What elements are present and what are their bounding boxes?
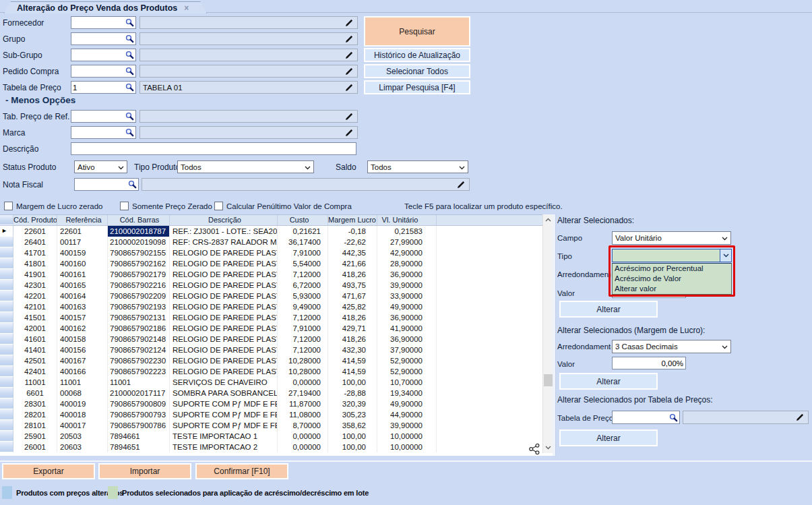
table-row[interactable]: 25901205037894661TESTE IMPORTACAO 10,000… xyxy=(0,431,553,442)
scrollbar-thumb[interactable] xyxy=(544,374,553,386)
table-cell[interactable]: 400166 xyxy=(57,366,108,377)
table-cell[interactable]: 10,00000 xyxy=(377,442,437,452)
search-icon[interactable] xyxy=(127,179,138,190)
table-cell[interactable]: 100,00 xyxy=(328,377,377,388)
table-cell[interactable]: RELOGIO DE PAREDE PLASTICO xyxy=(170,334,278,345)
table-cell[interactable]: 49,90000 xyxy=(377,398,437,409)
pencil-icon[interactable] xyxy=(344,34,354,44)
pencil-icon[interactable] xyxy=(344,128,354,138)
table-cell[interactable]: 7908657902193 xyxy=(108,301,170,312)
table-cell[interactable]: 7,12000 xyxy=(278,269,328,280)
table-row[interactable]: 422014001647908657902209RELOGIO DE PARED… xyxy=(0,291,553,301)
table-cell[interactable]: 42501 xyxy=(13,355,57,366)
table-row[interactable]: 414014001567908657902124RELOGIO DE PARED… xyxy=(0,345,553,355)
table-cell[interactable]: 414,59 xyxy=(328,366,377,377)
table-cell[interactable]: 26401 xyxy=(13,237,57,247)
close-icon[interactable]: × xyxy=(184,3,189,13)
row-gutter[interactable] xyxy=(0,237,13,247)
table-cell[interactable]: 493,75 xyxy=(328,280,377,291)
importar-button[interactable]: Importar xyxy=(98,463,191,479)
table-cell[interactable]: 10,28000 xyxy=(278,366,328,377)
table-cell[interactable]: 52,90000 xyxy=(377,355,437,366)
table-cell[interactable]: 429,71 xyxy=(328,323,377,334)
checkbox-calcular-penultimo[interactable]: Calcular Penúltimo Valor de Compra xyxy=(214,202,352,210)
table-cell[interactable]: 11001 xyxy=(108,377,170,388)
table-cell[interactable]: 400158 xyxy=(57,334,108,345)
current-row-indicator[interactable]: ► xyxy=(0,226,13,237)
table-row[interactable]: 417014001597908657902155RELOGIO DE PARED… xyxy=(0,247,553,258)
row-gutter[interactable] xyxy=(0,291,13,301)
table-cell[interactable]: 41401 xyxy=(13,345,57,355)
table-cell[interactable]: 20603 xyxy=(57,442,108,452)
table-cell[interactable]: 400163 xyxy=(57,301,108,312)
nota-fiscal-input[interactable] xyxy=(75,179,127,189)
table-cell[interactable]: 432,30 xyxy=(328,345,377,355)
row-gutter[interactable] xyxy=(0,269,13,280)
valor2-input[interactable] xyxy=(612,357,686,369)
table-cell[interactable]: 7894661 xyxy=(108,431,170,442)
table-row[interactable]: 283014000197908657900809SUPORTE COM Pƒ M… xyxy=(0,398,553,409)
table-cell[interactable]: RELOGIO DE PAREDE PLASTICO xyxy=(170,301,278,312)
table-cell[interactable]: 400157 xyxy=(57,312,108,323)
table-cell[interactable]: RELOGIO DE PAREDE PLASTICO xyxy=(170,323,278,334)
table-cell[interactable]: 305,23 xyxy=(328,409,377,420)
table-row[interactable]: 110011100111001SERVIÇOS DE CHAVEIRO0,000… xyxy=(0,377,553,388)
table-cell[interactable]: 6601 xyxy=(13,388,57,398)
table-cell[interactable]: 7908657902131 xyxy=(108,312,170,323)
table-cell[interactable]: TESTE IMPORTACAO 2 xyxy=(170,442,278,452)
table-cell[interactable]: 400156 xyxy=(57,345,108,355)
table-cell[interactable]: 0,00000 xyxy=(278,442,328,452)
tab-alteracao-preco-venda[interactable]: Alteração do Preço Venda dos Produtos × xyxy=(4,1,207,13)
table-cell[interactable]: 41901 xyxy=(13,269,57,280)
table-cell[interactable]: 36,17400 xyxy=(278,237,328,247)
checkbox-margem-zerado[interactable]: Margem de Lucro zerado xyxy=(4,202,102,210)
arredondamento-select[interactable]: 3 Casas Decimais xyxy=(612,340,731,353)
status-produto-select[interactable]: Ativo xyxy=(74,160,127,173)
pencil-icon[interactable] xyxy=(344,67,354,76)
table-cell[interactable]: 0,00000 xyxy=(278,431,328,442)
table-cell[interactable]: 28201 xyxy=(13,409,57,420)
table-cell[interactable]: 414,59 xyxy=(328,355,377,366)
table-cell[interactable]: 39,90000 xyxy=(377,420,437,431)
table-cell[interactable]: 36,90000 xyxy=(377,334,437,345)
search-icon[interactable] xyxy=(124,65,135,77)
table-cell[interactable]: 7908657900793 xyxy=(108,409,170,420)
table-cell[interactable]: 6,72000 xyxy=(278,280,328,291)
alterar-button[interactable]: Alterar xyxy=(559,301,658,318)
table-cell[interactable]: 7,12000 xyxy=(278,345,328,355)
column-header[interactable]: Vl. Unitário xyxy=(377,215,437,225)
row-gutter[interactable] xyxy=(0,377,13,388)
table-cell[interactable]: 2100002019098 xyxy=(108,237,170,247)
table-cell[interactable]: 39,90000 xyxy=(377,280,437,291)
table-cell[interactable]: 400160 xyxy=(57,258,108,269)
table-cell[interactable]: TESTE IMPORTACAO 1 xyxy=(170,431,278,442)
table-cell[interactable]: 7908657902124 xyxy=(108,345,170,355)
table-row[interactable]: 419014001617908657902179RELOGIO DE PARED… xyxy=(0,269,553,280)
table-cell[interactable]: 421,66 xyxy=(328,258,377,269)
table-cell[interactable]: 8,70000 xyxy=(278,420,328,431)
table-cell[interactable]: 11,87000 xyxy=(278,398,328,409)
table-cell[interactable]: 42301 xyxy=(13,280,57,291)
table-cell[interactable]: 400018 xyxy=(57,409,108,420)
column-header[interactable]: Cód. Barras xyxy=(108,215,170,225)
table-cell[interactable]: 471,67 xyxy=(328,291,377,301)
table-row[interactable]: ►22601226012100002018787REF.: ZJ3001 - L… xyxy=(0,226,553,237)
search-icon[interactable] xyxy=(124,111,135,122)
table-cell[interactable]: 33,90000 xyxy=(377,291,437,301)
table-cell[interactable]: 400167 xyxy=(57,355,108,366)
table-cell[interactable]: 442,35 xyxy=(328,247,377,258)
table-cell[interactable]: 400165 xyxy=(57,280,108,291)
table-cell[interactable]: 5,93000 xyxy=(278,291,328,301)
table-cell[interactable]: 418,26 xyxy=(328,334,377,345)
table-cell[interactable]: 400017 xyxy=(57,420,108,431)
table-cell[interactable]: 27,19400 xyxy=(278,388,328,398)
descricao-input[interactable] xyxy=(71,142,356,155)
table-cell[interactable]: REF: CRS-2837 RALADOR MULT xyxy=(170,237,278,247)
limpar-pesquisa-button[interactable]: Limpar Pesquisa [F4] xyxy=(364,80,470,94)
table-row[interactable]: 424014001667908657902223RELOGIO DE PARED… xyxy=(0,366,553,377)
tipo-select[interactable] xyxy=(612,249,732,262)
row-gutter[interactable] xyxy=(0,301,13,312)
table-cell[interactable]: 41801 xyxy=(13,258,57,269)
table-cell[interactable]: 11,08000 xyxy=(278,409,328,420)
pencil-icon[interactable] xyxy=(795,413,805,422)
